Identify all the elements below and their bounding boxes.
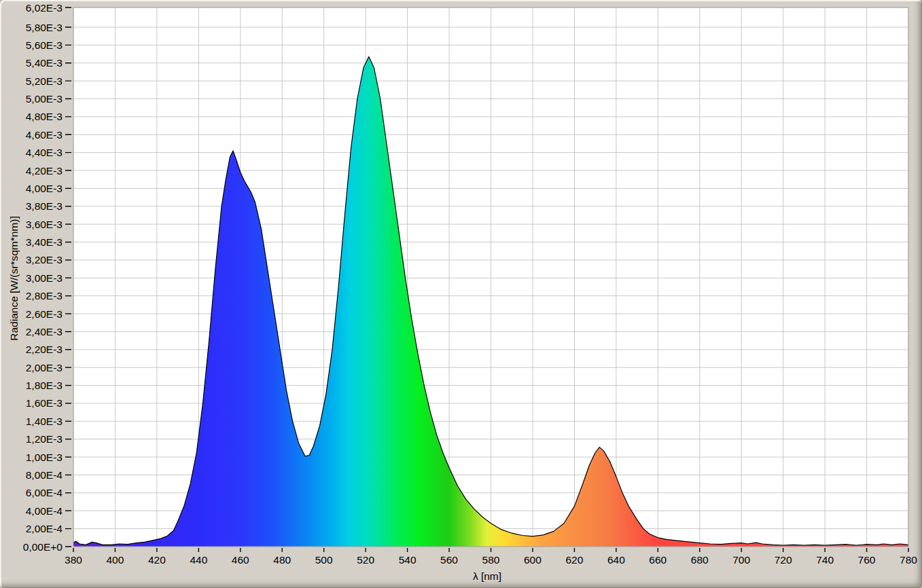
x-tick-label: 680 bbox=[691, 554, 709, 566]
x-tick-label: 420 bbox=[148, 554, 166, 566]
y-tick-label: 0,00E+0 bbox=[23, 541, 63, 553]
y-tick-label: 2,20E-3 bbox=[26, 344, 63, 355]
y-tick-label: 8,00E-4 bbox=[26, 469, 63, 481]
x-tick-label: 480 bbox=[273, 554, 291, 566]
y-tick-label: 3,20E-3 bbox=[26, 254, 63, 265]
y-tick-label: 3,80E-3 bbox=[26, 200, 63, 212]
y-tick-label: 5,60E-3 bbox=[26, 39, 63, 51]
x-tick-label: 500 bbox=[315, 554, 333, 566]
x-axis-title: λ [nm] bbox=[473, 570, 501, 582]
y-tick-label: 4,60E-3 bbox=[26, 129, 63, 141]
y-tick-label: 1,80E-3 bbox=[26, 380, 63, 391]
y-tick-label: 3,00E-3 bbox=[26, 272, 63, 284]
y-tick-label: 4,80E-3 bbox=[26, 111, 63, 122]
x-tick-label: 400 bbox=[107, 554, 124, 566]
x-tick-label: 700 bbox=[732, 554, 750, 566]
y-tick-label: 4,20E-3 bbox=[26, 165, 63, 177]
y-tick-label: 4,40E-3 bbox=[26, 147, 63, 158]
x-tick-label: 540 bbox=[399, 554, 416, 566]
x-tick-label: 380 bbox=[65, 554, 82, 566]
y-tick-label: 1,00E-3 bbox=[26, 452, 63, 463]
y-tick-label: 6,02E-3 bbox=[26, 2, 63, 14]
x-tick-label: 560 bbox=[440, 554, 458, 566]
y-tick-label: 3,40E-3 bbox=[26, 236, 63, 248]
x-tick-label: 720 bbox=[775, 554, 792, 566]
x-tick-label: 780 bbox=[900, 554, 917, 566]
x-tick-label: 740 bbox=[816, 554, 834, 566]
y-tick-label: 2,40E-3 bbox=[26, 326, 63, 337]
y-tick-label: 2,00E-3 bbox=[26, 362, 63, 373]
x-tick-label: 520 bbox=[357, 554, 374, 566]
y-tick-label: 4,00E-4 bbox=[26, 505, 63, 517]
y-axis-title: Radiance [W/(sr*sqm*nm)] bbox=[8, 216, 20, 340]
x-tick-label: 600 bbox=[524, 554, 542, 566]
y-tick-label: 5,40E-3 bbox=[26, 57, 63, 69]
chart-panel: 6,02E-35,80E-35,60E-35,40E-35,20E-35,00E… bbox=[0, 0, 922, 588]
y-tick-label: 1,20E-3 bbox=[26, 433, 63, 445]
y-tick-label: 2,00E-4 bbox=[26, 523, 63, 534]
x-tick-label: 660 bbox=[649, 554, 667, 566]
y-tick-label: 6,00E-4 bbox=[26, 487, 63, 498]
x-tick-label: 440 bbox=[190, 554, 207, 566]
x-tick-label: 620 bbox=[565, 554, 583, 566]
y-tick-label: 5,00E-3 bbox=[26, 93, 63, 105]
y-tick-label: 3,60E-3 bbox=[26, 219, 63, 230]
spectrum-chart: 6,02E-35,80E-35,60E-35,40E-35,20E-35,00E… bbox=[0, 0, 922, 588]
y-tick-label: 4,00E-3 bbox=[26, 183, 63, 194]
x-tick-label: 460 bbox=[232, 554, 249, 566]
y-tick-label: 1,60E-3 bbox=[26, 397, 63, 409]
y-tick-label: 2,60E-3 bbox=[26, 308, 63, 320]
x-tick-label: 760 bbox=[858, 554, 876, 566]
y-tick-label: 5,80E-3 bbox=[26, 22, 63, 33]
y-tick-label: 2,80E-3 bbox=[26, 290, 63, 301]
y-tick-label: 5,20E-3 bbox=[26, 75, 63, 87]
x-tick-label: 580 bbox=[482, 554, 500, 566]
x-tick-label: 640 bbox=[607, 554, 625, 566]
y-tick-label: 1,40E-3 bbox=[26, 416, 63, 427]
